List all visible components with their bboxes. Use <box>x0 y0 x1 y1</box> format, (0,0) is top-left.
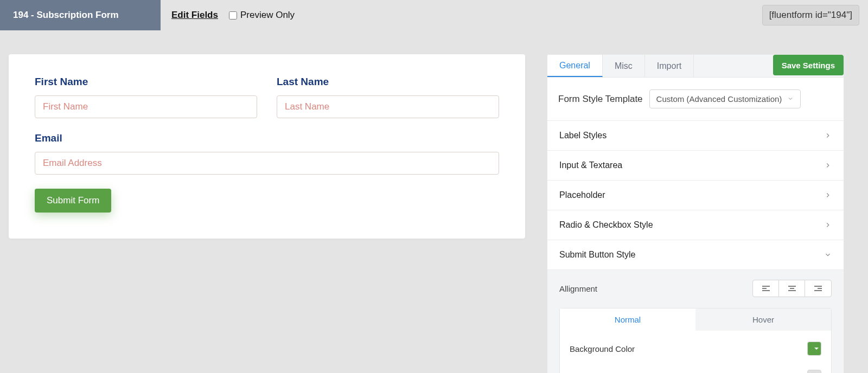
preview-only-label: Preview Only <box>240 10 295 21</box>
accordion: Label Styles Input & Textarea Placeholde… <box>547 120 844 373</box>
section-radio-checkbox[interactable]: Radio & Checkbox Style <box>547 210 844 240</box>
section-input-textarea[interactable]: Input & Textarea <box>547 151 844 181</box>
alignment-label: Allignment <box>559 284 597 293</box>
preview-only-toggle[interactable]: Preview Only <box>229 10 295 21</box>
section-label: Radio & Checkbox Style <box>559 220 653 230</box>
edit-fields-link[interactable]: Edit Fields <box>161 10 229 21</box>
save-settings-button[interactable]: Save Settings <box>773 55 844 75</box>
align-left-button[interactable] <box>753 280 779 297</box>
align-center-button[interactable] <box>779 280 805 297</box>
last-name-input[interactable] <box>277 95 499 118</box>
template-row: Form Style Template Custom (Advanced Cus… <box>547 78 844 120</box>
form-title: 194 - Subscription Form <box>0 0 161 30</box>
settings-panel: General Misc Import Save Settings Form S… <box>547 54 844 373</box>
bg-color-swatch[interactable] <box>807 342 821 356</box>
preview-only-checkbox[interactable] <box>229 11 237 20</box>
chevron-right-icon <box>824 132 832 139</box>
template-select[interactable]: Custom (Advanced Customization) <box>649 89 801 108</box>
alignment-row: Allignment <box>559 280 832 297</box>
tab-import[interactable]: Import <box>645 55 694 77</box>
bg-color-row: Background Color <box>570 342 821 356</box>
text-color-swatch[interactable] <box>807 370 821 373</box>
state-tab-normal[interactable]: Normal <box>560 308 695 331</box>
template-label: Form Style Template <box>558 94 643 105</box>
bg-color-label: Background Color <box>570 344 635 353</box>
submit-button-body: Allignment Normal <box>547 270 844 373</box>
settings-tabs: General Misc Import Save Settings <box>547 55 844 78</box>
first-name-label: First Name <box>35 76 257 88</box>
template-select-value: Custom (Advanced Customization) <box>656 94 782 104</box>
align-right-button[interactable] <box>805 280 831 297</box>
section-placeholder[interactable]: Placeholder <box>547 181 844 210</box>
email-input[interactable] <box>35 152 499 175</box>
main-area: First Name Last Name Email Submit Form G… <box>0 30 868 52</box>
state-tabs: Normal Hover <box>559 308 832 331</box>
tab-general[interactable]: General <box>547 55 603 77</box>
first-name-input[interactable] <box>35 95 257 118</box>
text-color-row: Color <box>570 370 821 373</box>
chevron-down-icon <box>824 251 832 259</box>
email-label: Email <box>35 132 499 144</box>
state-tab-hover[interactable]: Hover <box>695 308 831 331</box>
section-label: Input & Textarea <box>559 160 622 170</box>
top-bar: 194 - Subscription Form Edit Fields Prev… <box>0 0 868 30</box>
alignment-buttons <box>752 280 832 297</box>
chevron-right-icon <box>824 221 832 229</box>
section-label: Submit Button Style <box>559 250 636 260</box>
chevron-right-icon <box>824 191 832 199</box>
chevron-down-icon <box>787 95 795 103</box>
state-body: Background Color Color <box>559 331 832 373</box>
chevron-right-icon <box>824 162 832 169</box>
last-name-label: Last Name <box>277 76 499 88</box>
section-label-styles[interactable]: Label Styles <box>547 121 844 151</box>
submit-form-button[interactable]: Submit Form <box>35 189 111 213</box>
tab-misc[interactable]: Misc <box>603 55 645 77</box>
section-submit-button[interactable]: Submit Button Style <box>547 240 844 270</box>
section-label: Placeholder <box>559 190 605 200</box>
shortcode-display[interactable]: [fluentform id="194"] <box>762 5 859 25</box>
section-label: Label Styles <box>559 131 607 140</box>
form-preview-card: First Name Last Name Email Submit Form <box>9 54 525 239</box>
